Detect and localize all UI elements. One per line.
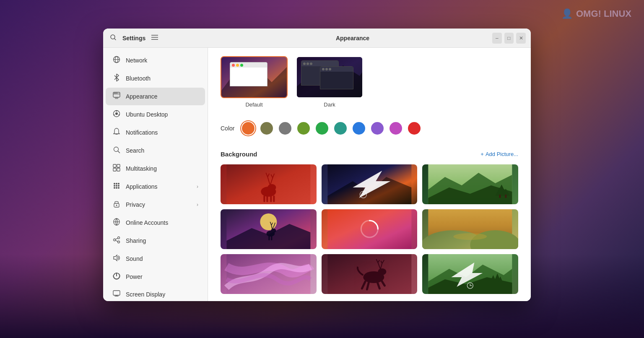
wallpaper-2[interactable] [322, 164, 418, 204]
svg-point-56 [267, 184, 276, 191]
svg-rect-54 [226, 164, 310, 204]
add-picture-plus-icon: + [480, 151, 484, 157]
svg-rect-57 [263, 195, 265, 202]
wallpaper-grid [221, 164, 518, 294]
svg-point-29 [114, 185, 115, 187]
sidebar-item-network[interactable]: Network [106, 52, 205, 69]
svg-rect-22 [113, 164, 116, 167]
sidebar-item-bluetooth[interactable]: Bluetooth [106, 70, 205, 87]
color-green[interactable] [316, 122, 328, 135]
color-khaki[interactable] [260, 122, 273, 135]
background-title: Background [221, 151, 257, 158]
sidebar-item-search[interactable]: Search [106, 142, 205, 159]
svg-point-30 [116, 185, 117, 187]
sidebar-item-appearance[interactable]: Appearance [106, 88, 205, 105]
svg-point-76 [260, 213, 277, 230]
theme-option-dark: Dark [296, 56, 363, 108]
sidebar-label-bluetooth: Bluetooth [126, 75, 151, 82]
sound-icon [112, 254, 121, 263]
sidebar-item-online-accounts[interactable]: Online Accounts [106, 214, 205, 231]
sidebar-label-ubuntu-desktop: Ubuntu Desktop [126, 111, 168, 118]
wallpaper-7[interactable] [221, 254, 317, 294]
sidebar-label-power: Power [126, 273, 143, 280]
svg-point-18 [114, 114, 115, 116]
sidebar-item-notifications[interactable]: Notifications [106, 124, 205, 141]
svg-point-15 [115, 112, 118, 115]
wallpaper-9[interactable] [422, 254, 518, 294]
svg-point-33 [116, 187, 117, 189]
color-olive[interactable] [297, 122, 310, 135]
svg-point-32 [114, 187, 115, 189]
color-gray[interactable] [279, 122, 291, 135]
theme-default-preview[interactable] [221, 56, 288, 98]
sidebar-label-online-accounts: Online Accounts [126, 219, 168, 226]
svg-rect-73 [499, 195, 501, 198]
sidebar-title: Settings [122, 35, 145, 42]
hamburger-menu-button[interactable] [150, 33, 160, 44]
theme-dark-preview[interactable] [296, 56, 363, 98]
sidebar-item-privacy[interactable]: Privacy › [106, 196, 205, 213]
sidebar-item-ubuntu-desktop[interactable]: Ubuntu Desktop [106, 106, 205, 123]
sidebar-item-screen-display[interactable]: Screen Display [106, 286, 205, 301]
svg-rect-80 [268, 235, 270, 240]
color-magenta[interactable] [390, 122, 402, 135]
color-red[interactable] [408, 122, 421, 135]
watermark-icon: 👤 [561, 8, 573, 19]
wallpaper-4[interactable] [221, 209, 317, 249]
sidebar-item-multitasking[interactable]: Multitasking [106, 160, 205, 177]
applications-icon [112, 182, 121, 191]
appearance-icon [112, 92, 121, 101]
svg-rect-82 [327, 209, 411, 249]
maximize-button[interactable]: □ [504, 33, 514, 44]
sidebar-label-notifications: Notifications [126, 129, 158, 136]
svg-rect-24 [113, 168, 116, 171]
window-title: Appearance [213, 35, 492, 42]
color-teal[interactable] [334, 122, 347, 135]
svg-point-11 [115, 93, 116, 94]
svg-point-79 [271, 229, 276, 233]
svg-line-21 [118, 151, 120, 153]
wallpaper-6[interactable] [422, 209, 518, 249]
minimize-button[interactable]: – [492, 33, 502, 44]
sidebar-label-privacy: Privacy [126, 201, 145, 208]
sidebar-label-search: Search [126, 147, 144, 154]
watermark: 👤 OMG! LINUX [561, 8, 631, 19]
color-purple[interactable] [371, 122, 384, 135]
wallpaper-3[interactable] [422, 164, 518, 204]
sidebar-item-sound[interactable]: Sound [106, 250, 205, 268]
svg-rect-60 [273, 195, 275, 202]
color-blue[interactable] [353, 122, 365, 135]
sidebar-label-sound: Sound [126, 255, 143, 262]
ubuntu-desktop-icon [112, 110, 121, 119]
svg-point-36 [116, 205, 117, 206]
close-button[interactable]: ✕ [516, 33, 526, 44]
svg-point-27 [116, 183, 117, 185]
multitasking-icon [112, 164, 121, 173]
theme-dark-label: Dark [324, 101, 335, 108]
sidebar-item-sharing[interactable]: Sharing [106, 232, 205, 250]
sidebar-item-applications[interactable]: Applications › [106, 178, 205, 195]
color-orange[interactable] [242, 122, 254, 135]
svg-point-26 [114, 183, 115, 185]
svg-point-34 [118, 187, 119, 189]
wallpaper-1[interactable] [221, 164, 317, 204]
color-label: Color [221, 125, 234, 132]
wallpaper-8[interactable] [322, 254, 418, 294]
sidebar-label-applications: Applications [126, 183, 158, 190]
screen-display-icon [112, 290, 121, 299]
watermark-text: OMG! LINUX [576, 8, 631, 19]
main-content: Network Bluetooth [103, 48, 531, 301]
svg-point-28 [118, 183, 119, 185]
svg-rect-23 [117, 164, 120, 167]
add-picture-button[interactable]: + Add Picture... [480, 151, 518, 157]
network-icon [112, 56, 121, 65]
sidebar-item-power[interactable]: Power [106, 268, 205, 286]
svg-point-87 [454, 233, 487, 240]
svg-rect-25 [117, 168, 120, 171]
add-picture-label: Add Picture... [486, 151, 518, 157]
svg-point-10 [114, 93, 115, 94]
theme-option-default: Default [221, 56, 288, 108]
privacy-icon [112, 200, 121, 209]
wallpaper-5[interactable] [322, 209, 418, 249]
search-icon-button[interactable] [108, 32, 118, 44]
